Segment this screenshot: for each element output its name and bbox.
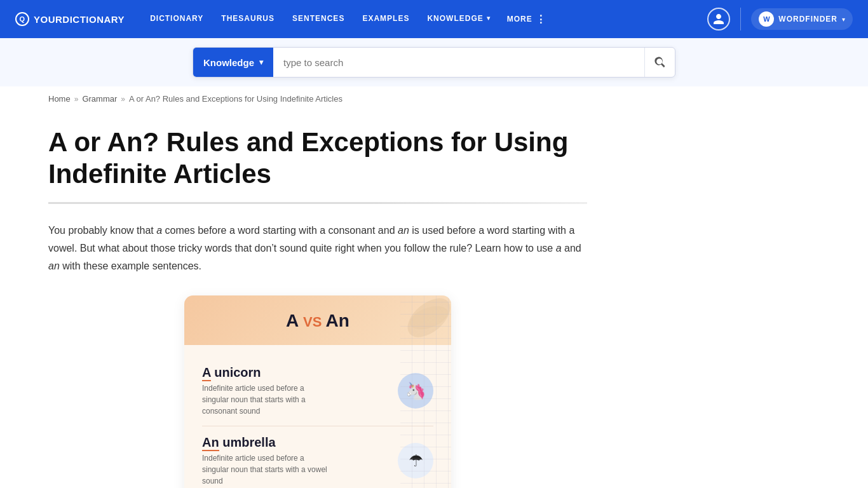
- logo-icon: Q: [15, 12, 29, 26]
- word-a-underline: A: [202, 365, 211, 381]
- infographic-row-unicorn: A unicorn Indefinite article used before…: [202, 356, 433, 426]
- word-an-underline: An: [202, 435, 219, 451]
- search-category-label: Knowledge: [203, 57, 254, 68]
- wordfinder-button[interactable]: W WORDFINDER ▾: [751, 8, 853, 30]
- intro-an: an: [398, 225, 409, 236]
- breadcrumb-home[interactable]: Home: [48, 94, 71, 104]
- title-vs: VS: [303, 314, 325, 330]
- user-avatar-icon: [712, 13, 725, 25]
- word-unicorn-rest: unicorn: [211, 365, 261, 379]
- infographic-umbrella-text: An umbrella Indefinite article used befo…: [202, 435, 389, 487]
- infographic-row-umbrella: An umbrella Indefinite article used befo…: [202, 426, 433, 488]
- breadcrumb-grammar[interactable]: Grammar: [82, 94, 117, 104]
- article-intro: You probably know that a comes before a …: [48, 222, 587, 275]
- nav-link-examples[interactable]: EXAMPLES: [355, 0, 417, 38]
- intro-a: a: [156, 225, 162, 236]
- intro-an2: an: [48, 261, 60, 271]
- nav-right: W WORDFINDER ▾: [707, 8, 853, 30]
- site-logo[interactable]: Q YOURDICTIONARY: [15, 12, 125, 26]
- infographic-title: A VS An: [202, 311, 433, 331]
- infographic-desc-umbrella: Indefinite article used before a singula…: [202, 452, 329, 487]
- nav-link-dictionary-label: DICTIONARY: [150, 14, 203, 23]
- search-section: Knowledge ▾: [0, 38, 868, 86]
- title-a: A: [286, 311, 298, 330]
- infographic-icon-umbrella: ☂: [398, 443, 433, 478]
- infographic-container: A VS An A unicorn Indefinite article use…: [48, 295, 587, 488]
- nav-link-more-label: MORE: [507, 15, 532, 24]
- breadcrumb: Home » Grammar » A or An? Rules and Exce…: [0, 86, 868, 111]
- nav-link-more[interactable]: MORE ⋮: [501, 0, 553, 38]
- leaf-decoration-icon: [400, 295, 451, 346]
- intro-text-1: You probably know that: [48, 225, 156, 236]
- article-title: A or An? Rules and Exceptions for Using …: [48, 126, 587, 191]
- infographic-unicorn-text: A unicorn Indefinite article used before…: [202, 365, 389, 417]
- infographic-word-umbrella: An umbrella: [202, 435, 389, 450]
- nav-link-examples-label: EXAMPLES: [362, 14, 409, 23]
- nav-link-thesaurus[interactable]: THESAURUS: [214, 0, 282, 38]
- more-dots-icon: ⋮: [536, 13, 546, 25]
- nav-link-dictionary[interactable]: DICTIONARY: [142, 0, 211, 38]
- article-divider: [48, 202, 587, 204]
- breadcrumb-sep-1: »: [74, 95, 79, 104]
- wordfinder-logo: W: [759, 11, 774, 27]
- infographic-icon-unicorn: 🦄: [398, 373, 433, 409]
- intro-text-5: with these example sentences.: [60, 261, 201, 271]
- nav-links: DICTIONARY THESAURUS SENTENCES EXAMPLES …: [142, 0, 707, 38]
- nav-link-knowledge-label: KNOWLEDGE: [427, 14, 483, 23]
- nav-link-thesaurus-label: THESAURUS: [221, 14, 275, 23]
- user-icon-button[interactable]: [707, 8, 730, 30]
- knowledge-chevron-down-icon: ▾: [487, 15, 491, 22]
- infographic: A VS An A unicorn Indefinite article use…: [184, 295, 451, 488]
- intro-a2: a: [556, 243, 562, 254]
- breadcrumb-current: A or An? Rules and Exceptions for Using …: [129, 94, 342, 104]
- infographic-body: A unicorn Indefinite article used before…: [184, 345, 451, 488]
- dropdown-chevron-down-icon: ▾: [259, 58, 263, 67]
- logo-text: YOURDICTIONARY: [34, 14, 125, 25]
- infographic-word-unicorn: A unicorn: [202, 365, 389, 380]
- nav-link-sentences-label: SENTENCES: [292, 14, 344, 23]
- nav-link-sentences[interactable]: SENTENCES: [285, 0, 352, 38]
- breadcrumb-sep-2: »: [121, 95, 125, 104]
- search-icon: [654, 56, 667, 69]
- title-an: An: [326, 311, 349, 330]
- infographic-desc-unicorn: Indefinite article used before a singula…: [202, 383, 329, 417]
- search-button[interactable]: [644, 48, 675, 77]
- infographic-header: A VS An: [184, 295, 451, 345]
- intro-text-4: and: [562, 243, 581, 254]
- nav-link-knowledge[interactable]: KNOWLEDGE ▾: [419, 0, 498, 38]
- search-category-dropdown[interactable]: Knowledge ▾: [193, 48, 273, 77]
- nav-bar: Q YOURDICTIONARY DICTIONARY THESAURUS SE…: [0, 0, 868, 38]
- word-umbrella-rest: umbrella: [219, 435, 276, 449]
- search-bar: Knowledge ▾: [193, 47, 675, 78]
- wordfinder-label: WORDFINDER: [778, 15, 837, 24]
- wordfinder-chevron-down-icon: ▾: [842, 16, 845, 23]
- search-input[interactable]: [273, 48, 644, 77]
- nav-divider: [740, 8, 741, 30]
- main-content: A or An? Rules and Exceptions for Using …: [0, 111, 635, 488]
- intro-text-2: comes before a word starting with a cons…: [162, 225, 398, 236]
